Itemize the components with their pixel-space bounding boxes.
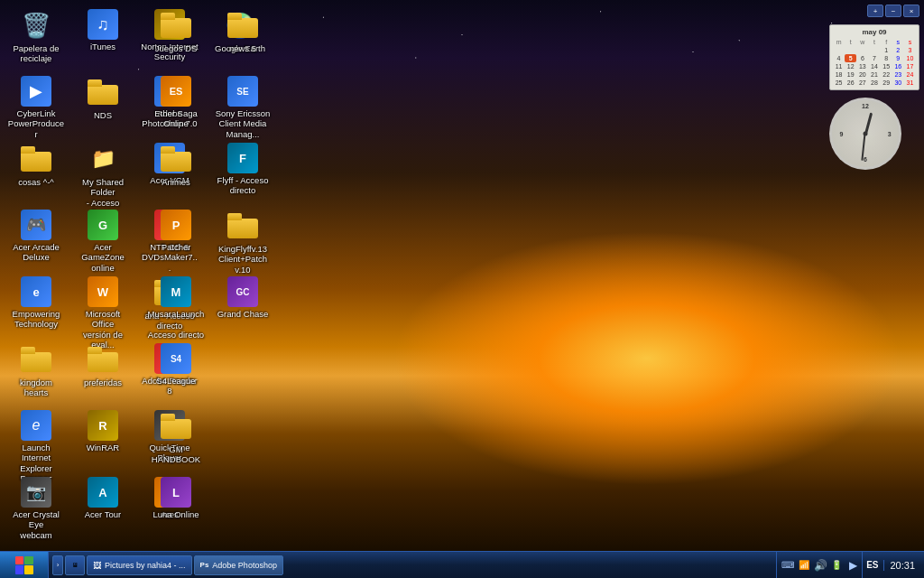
icon-preferidas[interactable]: preferidas [70, 340, 135, 405]
acer-tour-icon: A [88, 477, 118, 508]
cal-day[interactable]: 20 [856, 70, 868, 79]
tray-network-icon[interactable]: 📶 [797, 558, 811, 573]
icon-patcher[interactable]: P Patcher [143, 206, 208, 271]
desktop-icon-area: 🗑️ Papelera dereciclaje ▶ CyberLinkPower… [0, 0, 834, 551]
icon-crystal-eye[interactable]: 📷 Acer Crystal Eyewebcam [4, 473, 69, 538]
taskbar-item-icon: Ps [200, 561, 209, 569]
cal-day[interactable]: 19 [845, 70, 856, 79]
taskbar-item-photoshop[interactable]: Ps Adobe Photoshop [194, 555, 283, 575]
calendar-grid: m t w t f s s 1 2 3 4 5 6 7 8 9 10 11 12… [833, 38, 916, 87]
cal-day[interactable]: 7 [868, 54, 880, 62]
cal-header-s: s [892, 38, 904, 46]
taskbar-expand-arrow[interactable]: › [52, 555, 63, 575]
cal-day[interactable] [833, 46, 845, 54]
icon-label: MusaraLaunch -Acceso directo [147, 309, 205, 340]
icon-s4league[interactable]: S4 S4League [143, 340, 208, 405]
icon-gm-handbook[interactable]: GM HANDBOOK [143, 406, 208, 471]
cal-day[interactable]: 28 [868, 79, 880, 87]
icon-label: Patcher [162, 242, 191, 252]
icon-ms-office[interactable]: W Microsoft Officeversión de eval... [70, 273, 135, 338]
icon-flyff[interactable]: F Flyff - Accesodirecto [210, 139, 275, 204]
cal-day[interactable]: 2 [892, 46, 904, 54]
icon-papelera[interactable]: 🗑️ Papelera dereciclaje [4, 5, 69, 70]
cal-day[interactable]: 21 [868, 70, 880, 79]
cal-day[interactable]: 17 [904, 62, 916, 70]
icon-gamezone[interactable]: G Acer GameZoneonline [70, 206, 135, 271]
cal-day[interactable]: 12 [845, 62, 856, 70]
icon-label: Ether Saga Online [147, 108, 205, 129]
cal-day[interactable]: 22 [881, 70, 892, 79]
cal-day[interactable]: 1 [881, 46, 892, 54]
icon-nds[interactable]: NDS [70, 72, 135, 137]
icon-label: Luna Online [152, 509, 199, 519]
cal-day[interactable]: 25 [833, 79, 845, 87]
cal-day[interactable]: 9 [892, 54, 904, 62]
cal-day[interactable]: 6 [856, 54, 868, 62]
icon-sony-ericsson[interactable]: SE Sony EricssonClient Media Manag... [210, 72, 275, 137]
start-button[interactable] [0, 552, 49, 579]
icon-label: Sony EricssonClient Media Manag... [214, 108, 272, 139]
cal-day[interactable] [845, 46, 856, 54]
win-quad-yellow [24, 565, 33, 574]
cal-day[interactable]: 14 [868, 62, 880, 70]
ms-office-icon: W [88, 276, 118, 307]
win-quad-green [24, 556, 33, 565]
icon-cyberlink[interactable]: ▶ CyberLinkPowerProducer [4, 72, 69, 137]
cal-day[interactable]: 13 [856, 62, 868, 70]
icon-cosas[interactable]: cosas ^-^ [4, 139, 69, 204]
icon-grand-chase[interactable]: GC Grand Chase [210, 273, 275, 338]
tray-battery-icon[interactable]: 🔋 [829, 558, 844, 573]
folder-icon [87, 343, 119, 376]
empowering-icon: e [21, 276, 51, 307]
widget-add-btn[interactable]: + [867, 5, 883, 17]
icon-juegos-ds[interactable]: Juegos DS [143, 5, 208, 70]
taskbar-clock[interactable]: 20:31 [883, 560, 920, 571]
icon-ether-saga[interactable]: ES Ether Saga Online [143, 72, 208, 137]
cal-day[interactable]: 26 [845, 79, 856, 87]
icon-musara[interactable]: M MusaraLaunch -Acceso directo [143, 273, 208, 338]
icon-animes[interactable]: Animes [143, 139, 208, 204]
taskbar-items: › 🖥 🖼 Pictures by nahia4 - ... Ps Adobe … [49, 552, 776, 578]
icon-acer-arcade[interactable]: 🎮 Acer ArcadeDeluxe [4, 206, 69, 271]
cal-day[interactable]: 24 [904, 70, 916, 79]
cal-day[interactable]: 23 [892, 70, 904, 79]
icon-winrar[interactable]: R WinRAR [70, 406, 135, 471]
language-indicator[interactable]: ES [862, 552, 882, 578]
cal-day[interactable]: 27 [856, 79, 868, 87]
cal-day[interactable]: 3 [904, 46, 916, 54]
cal-day[interactable]: 30 [892, 79, 904, 87]
cal-day[interactable]: 11 [833, 62, 845, 70]
cal-day[interactable]: 16 [892, 62, 904, 70]
tray-sound-icon[interactable]: 🔊 [813, 558, 827, 573]
icon-label: Grand Chase [217, 309, 269, 319]
cal-day[interactable] [856, 46, 868, 54]
icon-launch-ie[interactable]: e Launch InternetExplorer Browser [4, 406, 69, 471]
tray-keyboard-icon[interactable]: ⌨ [781, 558, 795, 573]
icon-my-shared[interactable]: 📁 My Shared Folder- Acceso directo [70, 139, 135, 204]
icon-empowering[interactable]: e EmpoweringTechnology [4, 273, 69, 338]
clock-num-3: 3 [888, 131, 892, 137]
tray-media-icon[interactable]: ▶ [845, 558, 860, 573]
cal-day[interactable]: 10 [904, 54, 916, 62]
icon-itunes[interactable]: ♫ iTunes [70, 5, 135, 70]
widget-minimize-btn[interactable]: − [885, 5, 901, 17]
cal-day[interactable]: 31 [904, 79, 916, 87]
widget-close-btn[interactable]: × [903, 5, 919, 17]
icon-kingflyfv[interactable]: KingFlyffv.13Client+Patch v.10 [210, 206, 275, 271]
widgets-area: + − × may 09 m t w t f s s 1 2 3 4 5 6 7… [829, 5, 919, 170]
cal-day[interactable]: 15 [881, 62, 892, 70]
icon-kingdom-hearts[interactable]: kingdom hearts [4, 340, 69, 405]
icon-news5[interactable]: news 5 [210, 5, 275, 70]
cal-day-today[interactable]: 5 [845, 54, 856, 62]
icon-acer-tour[interactable]: A Acer Tour [70, 473, 135, 538]
cal-day[interactable]: 29 [881, 79, 892, 87]
icon-label: iTunes [90, 42, 116, 51]
cal-day[interactable]: 4 [833, 54, 845, 62]
cal-day[interactable]: 18 [833, 70, 845, 79]
cal-day[interactable] [868, 46, 880, 54]
icon-luna-online[interactable]: L Luna Online [143, 473, 208, 538]
cal-day[interactable]: 8 [881, 54, 892, 62]
cal-header-w: w [856, 38, 868, 46]
show-desktop-button[interactable]: 🖥 [65, 555, 85, 575]
taskbar-item-pictures[interactable]: 🖼 Pictures by nahia4 - ... [87, 555, 192, 575]
